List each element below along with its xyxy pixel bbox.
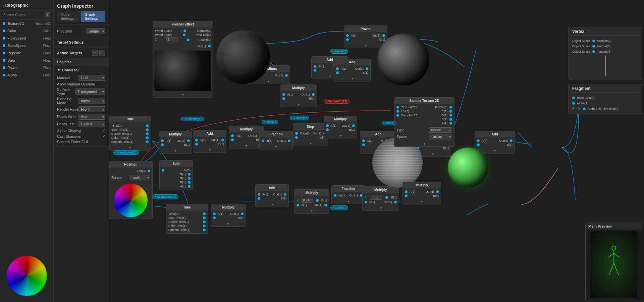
add-far-right-a-port[interactable] xyxy=(477,139,480,142)
time-bottom-cosine-port[interactable] xyxy=(203,221,206,223)
fraction-collapse[interactable]: ▾ xyxy=(260,144,292,149)
node-multiply-062[interactable]: Multiply X B(1) A(1) Out(1) ▾ xyxy=(362,186,399,211)
split-a-port[interactable] xyxy=(188,185,191,188)
sample-texture-port[interactable] xyxy=(396,106,399,109)
multiply-bottom2-out-port[interactable] xyxy=(241,213,244,215)
multiply-step-b-port[interactable] xyxy=(326,128,329,131)
time-delta-port[interactable] xyxy=(146,136,149,139)
multiply-074-b-port[interactable] xyxy=(316,199,319,202)
fresnel-out-port[interactable] xyxy=(208,45,211,47)
node-fraction[interactable]: Fraction In(1) Out(1) ▾ xyxy=(259,131,293,149)
fraction-out-port[interactable] xyxy=(288,139,290,142)
multiply-left-b-port[interactable] xyxy=(161,143,164,146)
fraction-in-port[interactable] xyxy=(262,139,264,142)
property-item-alpha[interactable]: Alpha Float xyxy=(0,71,53,79)
sample-b-port[interactable] xyxy=(449,118,452,121)
fraction-bottom-collapse[interactable]: ▾ xyxy=(332,199,365,204)
node-fresnel-effect[interactable]: Fresnel Effect World Space Normal(3) Wor… xyxy=(153,21,213,98)
remove-target-button[interactable]: − xyxy=(99,50,105,56)
tab-graph-settings[interactable]: Graph Settings xyxy=(81,11,105,22)
fresnel-worldspace1-port[interactable] xyxy=(183,29,186,32)
node-multiply-left[interactable]: Multiply A(1) Out(1) B(1) ▾ xyxy=(159,131,192,154)
vertex-normal-port[interactable] xyxy=(592,45,595,48)
node-multiply-bottom2[interactable]: Multiply A(1) Out(1) B(1) ▾ xyxy=(211,204,246,227)
node-time-bottom[interactable]: Time Time(1) Sine Time(1) Cosine Time(1)… xyxy=(166,204,208,234)
time-sine-port[interactable] xyxy=(146,128,149,131)
scanspeed-badge[interactable]: • ScanSpeed(1) xyxy=(153,194,178,198)
split-b-port[interactable] xyxy=(188,181,191,184)
add-mid2-b-port[interactable] xyxy=(362,143,365,146)
depth-write-dropdown[interactable]: Auto ForceEnabled ForceDisabled xyxy=(78,114,105,120)
split-g-port[interactable] xyxy=(188,177,191,180)
power-a-port[interactable] xyxy=(346,34,349,37)
multiply-062-out-port[interactable] xyxy=(394,201,397,203)
multiply-mid-collapse[interactable]: ▾ xyxy=(280,102,317,107)
sample-space-dropdown[interactable]: Tangent xyxy=(429,134,452,139)
add-bottom-chain-out-port[interactable] xyxy=(284,193,286,196)
add-bottom1-b-port[interactable] xyxy=(195,143,198,145)
fragment-alpha-clip-port[interactable] xyxy=(583,108,586,110)
multiply-bottom1-collapse[interactable]: ▾ xyxy=(229,143,264,148)
node-fraction-bottom[interactable]: Fraction In(1) Out(1) ▾ xyxy=(331,185,365,204)
add-shader-graph-button[interactable]: + xyxy=(45,12,50,17)
node-add-bottom1[interactable]: Add A(1) Out(1) B(1) ▾ xyxy=(193,130,226,153)
fragment-panel[interactable]: Fragment Base Color(3) Alpha(1) X 0 Alph… xyxy=(569,84,642,114)
multiply-bottom-right-b-port[interactable] xyxy=(405,194,408,197)
property-item-texture2d[interactable]: Texture2D Texture2D xyxy=(0,20,53,27)
blending-mode-dropdown[interactable]: Alpha Premultiply xyxy=(78,98,105,104)
time-collapse[interactable]: ▾ xyxy=(109,145,151,150)
multiply-bottom-right-a-port[interactable] xyxy=(405,190,408,193)
time-cosine-port[interactable] xyxy=(146,132,149,135)
add-target-button[interactable]: + xyxy=(92,50,98,56)
add-bottom-chain-a-port[interactable] xyxy=(258,193,260,196)
time-bottom-sine-port[interactable] xyxy=(203,217,206,219)
texture2d-badge[interactable]: • Texture2D(T2) xyxy=(324,99,350,103)
add-far-right-b-port[interactable] xyxy=(477,143,480,146)
multiply-mid-b-port[interactable] xyxy=(282,97,285,100)
step-badge[interactable]: • Step(1) xyxy=(262,120,278,124)
time-time-port[interactable] xyxy=(146,124,149,127)
add-far-right-out-port[interactable] xyxy=(510,139,513,142)
multiply-step-out-port[interactable] xyxy=(352,124,355,127)
multiply-062-collapse[interactable]: ▾ xyxy=(363,205,399,210)
position-out-port[interactable] xyxy=(148,170,150,172)
node-split[interactable]: Split In(3) R(1) G(1) B(1) A(1) xyxy=(159,160,193,190)
add-mid2-a-port[interactable] xyxy=(362,139,365,142)
repeater-badge[interactable]: • Repeater(1) xyxy=(181,117,204,121)
multiply-bottom2-collapse[interactable]: ▾ xyxy=(211,221,246,226)
sample-type-dropdown[interactable]: Default xyxy=(429,127,452,133)
multiply-mid-a-port[interactable] xyxy=(282,93,285,96)
cast-shadows-checkbox[interactable]: ✓ xyxy=(102,134,105,138)
multiply-074-collapse[interactable]: ▾ xyxy=(294,208,329,214)
sample-r-port[interactable] xyxy=(449,110,452,113)
vertex-tangent-port[interactable] xyxy=(592,50,595,53)
time-bottom-time-port[interactable] xyxy=(203,213,206,215)
multiply-074-out-port[interactable] xyxy=(324,204,327,206)
multiply-062-a-port[interactable] xyxy=(365,201,367,203)
fresnel-worldspace2-port[interactable] xyxy=(183,34,185,36)
add-bottom1-out-port[interactable] xyxy=(221,139,224,141)
node-multiply-074[interactable]: Multiply X B(1) A(1) Out(1) ▾ xyxy=(294,189,329,214)
property-item-step[interactable]: Step Float xyxy=(0,57,53,64)
alpha-badge[interactable]: • Alpha(1) xyxy=(330,49,348,53)
property-item-flowspeed[interactable]: FlowSpeed Float xyxy=(0,35,53,42)
node-multiply-bottom-right[interactable]: Multiply A(4) Out(4) B(4) ▾ xyxy=(402,182,441,204)
property-item-repeate[interactable]: Repeate Float xyxy=(0,49,53,57)
sample-a-port[interactable] xyxy=(449,122,452,125)
multiply-bottom1-b-port[interactable] xyxy=(231,138,234,141)
add-right-collapse[interactable]: ▾ xyxy=(334,76,370,81)
node-step[interactable]: Step Edge(1) Out(1) In(1) ▾ xyxy=(293,123,328,146)
fresnel-collapse[interactable]: ▾ xyxy=(153,92,213,97)
multiply-bottom-right-collapse[interactable]: ▾ xyxy=(403,199,441,204)
surface-type-dropdown[interactable]: Transparent Opaque xyxy=(75,88,105,95)
multiply-left-out-port[interactable] xyxy=(187,139,190,142)
multiply-bottom-right-out-port[interactable] xyxy=(436,190,439,193)
power1-badge[interactable]: • Power(1) xyxy=(290,116,309,120)
time-bottom-delta-port[interactable] xyxy=(203,225,206,227)
property-item-scanspeed[interactable]: ScanSpeed Float xyxy=(0,42,53,49)
fresnel-x-input[interactable] xyxy=(166,37,178,42)
multiply-left-a-port[interactable] xyxy=(161,139,164,142)
add-right-b-port[interactable] xyxy=(336,71,339,74)
vertex-pos-port[interactable] xyxy=(592,40,595,42)
color-wheel[interactable] xyxy=(7,256,47,296)
